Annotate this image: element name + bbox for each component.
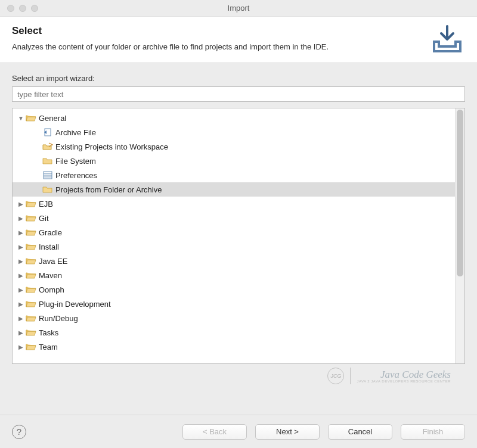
chevron-right-icon[interactable]: ▶ <box>17 229 24 236</box>
tree-item[interactable]: ▶Existing Projects into Workspace <box>13 139 455 154</box>
folder-open-icon <box>26 342 36 351</box>
tree-item-label: Preferences <box>55 171 97 180</box>
next-button[interactable]: Next > <box>255 424 320 440</box>
tree-item-label: Git <box>39 214 49 223</box>
tree-item-label: General <box>39 114 66 123</box>
chevron-right-icon[interactable]: ▶ <box>17 344 24 350</box>
tree-category[interactable]: ▶Gradle <box>13 225 455 239</box>
folder-icon <box>42 156 53 166</box>
folder-open-icon <box>26 199 36 209</box>
tree-category[interactable]: ▶Run/Debug <box>13 311 455 325</box>
chevron-right-icon[interactable]: ▶ <box>17 301 24 307</box>
chevron-right-icon[interactable]: ▶ <box>17 244 24 250</box>
tree-item-label: Run/Debug <box>39 314 78 323</box>
folder-open-icon <box>26 213 36 223</box>
zoom-window-button[interactable] <box>31 5 38 12</box>
chevron-down-icon[interactable]: ▼ <box>17 115 24 122</box>
tree-item-label: Archive File <box>55 128 96 137</box>
archive-icon <box>42 127 53 137</box>
folder-open-icon <box>26 285 36 294</box>
chevron-right-icon[interactable]: ▶ <box>17 201 24 207</box>
tree-item-label: Java EE <box>39 257 67 266</box>
watermark-badge: JCG <box>327 368 344 384</box>
tree-item[interactable]: ▶Projects from Folder or Archive <box>13 182 455 197</box>
tree-item-label: Plug-in Development <box>39 300 111 309</box>
prefs-icon <box>42 170 53 180</box>
folder-open-icon <box>26 313 36 323</box>
tree-item[interactable]: ▶Archive File <box>13 125 455 139</box>
import-icon <box>429 25 465 57</box>
filter-input[interactable] <box>12 86 465 102</box>
chevron-right-icon[interactable]: ▶ <box>17 329 24 336</box>
tree-scrollbar-thumb[interactable] <box>457 110 463 276</box>
window-title: Import <box>0 4 477 13</box>
wizard-body: Select an import wizard: ▼General▶Archiv… <box>0 63 477 391</box>
finish-button[interactable]: Finish <box>401 424 465 440</box>
tree-item-label: Oomph <box>39 285 64 294</box>
watermark-line1: Java Code Geeks <box>357 369 451 379</box>
select-wizard-label: Select an import wizard: <box>12 74 465 83</box>
chevron-right-icon[interactable]: ▶ <box>17 272 24 279</box>
wizard-footer: ? < Back Next > Cancel Finish <box>0 415 477 448</box>
tree-category[interactable]: ▶Oomph <box>13 282 455 297</box>
folder-open-icon <box>26 228 36 237</box>
folder-icon <box>42 185 53 194</box>
tree-item-label: Gradle <box>39 228 62 237</box>
folder-open-icon <box>26 256 36 266</box>
folder-open-icon <box>26 270 36 280</box>
tree-category[interactable]: ▶Maven <box>13 268 455 282</box>
folder-open-icon <box>26 328 36 337</box>
chevron-right-icon[interactable]: ▶ <box>17 287 24 293</box>
page-title: Select <box>12 25 422 37</box>
projects-icon <box>42 142 53 151</box>
tree-category[interactable]: ▶Plug-in Development <box>13 297 455 311</box>
tree-category[interactable]: ▶Install <box>13 239 455 254</box>
tree-category[interactable]: ▶Java EE <box>13 254 455 268</box>
tree-item-label: EJB <box>39 200 53 209</box>
close-window-button[interactable] <box>7 5 14 12</box>
tree-item-label: Team <box>39 343 58 351</box>
tree-item-label: Install <box>39 242 59 251</box>
tree-item-label: Existing Projects into Workspace <box>55 142 168 151</box>
folder-open-icon <box>26 299 36 309</box>
tree-item-label: File System <box>55 157 96 166</box>
tree-category[interactable]: ▶Team <box>13 340 455 354</box>
traffic-lights <box>0 5 38 12</box>
folder-open-icon <box>26 242 36 251</box>
tree-category[interactable]: ▶EJB <box>13 197 455 211</box>
tree-container: ▼General▶Archive File▶Existing Projects … <box>12 108 465 364</box>
folder-open-icon <box>26 113 36 123</box>
tree-scrollbar[interactable] <box>455 108 464 363</box>
cancel-button[interactable]: Cancel <box>328 424 392 440</box>
tree-category[interactable]: ▶Git <box>13 211 455 225</box>
tree-item-label: Maven <box>39 271 62 280</box>
tree-item[interactable]: ▶Preferences <box>13 168 455 182</box>
tree-item[interactable]: ▶File System <box>13 154 455 168</box>
page-description: Analyzes the content of your folder or a… <box>12 42 422 52</box>
watermark-line2: Java 2 Java Developers Resource Center <box>357 379 451 383</box>
titlebar: Import <box>0 0 477 17</box>
minimize-window-button[interactable] <box>19 5 26 12</box>
tree-item-label: Projects from Folder or Archive <box>55 185 162 194</box>
chevron-right-icon[interactable]: ▶ <box>17 215 24 222</box>
tree-item-label: Tasks <box>39 328 58 337</box>
tree-category[interactable]: ▶Tasks <box>13 325 455 340</box>
wizard-header: Select Analyzes the content of your fold… <box>0 17 477 63</box>
watermark: JCG Java Code Geeks Java 2 Java Develope… <box>12 364 465 385</box>
back-button[interactable]: < Back <box>182 424 247 440</box>
chevron-right-icon[interactable]: ▶ <box>17 258 24 265</box>
tree-category[interactable]: ▼General <box>13 111 455 125</box>
import-tree[interactable]: ▼General▶Archive File▶Existing Projects … <box>13 108 455 363</box>
help-button[interactable]: ? <box>12 425 26 439</box>
chevron-right-icon[interactable]: ▶ <box>17 315 24 322</box>
